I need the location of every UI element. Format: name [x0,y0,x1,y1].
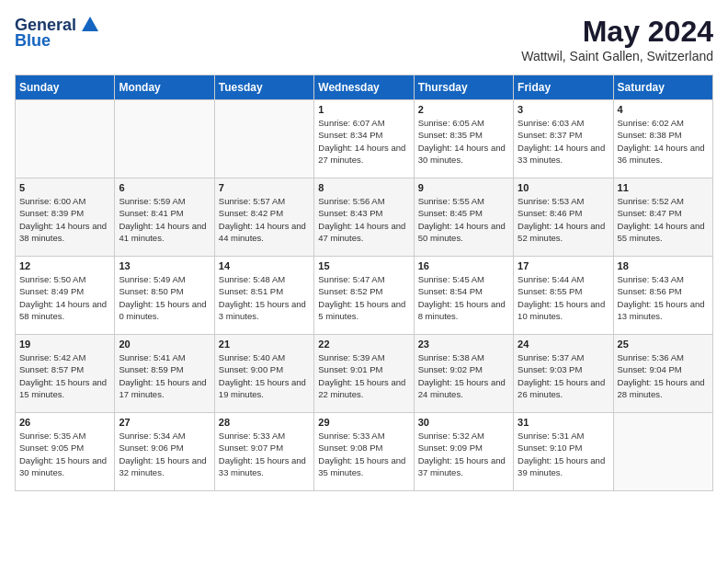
week-row-2: 5Sunrise: 6:00 AMSunset: 8:39 PMDaylight… [16,178,713,257]
calendar-cell: 30Sunrise: 5:32 AMSunset: 9:09 PMDayligh… [414,413,513,491]
day-number: 24 [518,339,609,350]
day-info: Sunrise: 5:40 AMSunset: 9:00 PMDaylight:… [219,351,310,400]
day-info: Sunrise: 5:35 AMSunset: 9:05 PMDaylight:… [19,430,110,478]
svg-marker-0 [82,17,98,31]
day-number: 25 [618,339,709,350]
week-row-4: 19Sunrise: 5:42 AMSunset: 8:57 PMDayligh… [16,335,713,413]
location: Wattwil, Saint Gallen, Switzerland [521,49,713,63]
day-number: 20 [119,339,210,350]
header-row: SundayMondayTuesdayWednesdayThursdayFrid… [16,75,713,100]
calendar-cell: 16Sunrise: 5:45 AMSunset: 8:54 PMDayligh… [414,257,513,335]
day-info: Sunrise: 6:03 AMSunset: 8:37 PMDaylight:… [518,117,609,166]
day-number: 21 [219,339,310,350]
day-info: Sunrise: 5:57 AMSunset: 8:42 PMDaylight:… [219,195,310,244]
day-info: Sunrise: 5:32 AMSunset: 9:09 PMDaylight:… [418,430,509,478]
day-header-saturday: Saturday [613,75,712,100]
day-number: 9 [418,182,509,193]
day-info: Sunrise: 5:43 AMSunset: 8:56 PMDaylight:… [618,273,709,322]
day-number: 31 [518,417,609,428]
day-info: Sunrise: 5:52 AMSunset: 8:47 PMDaylight:… [618,195,709,244]
calendar-cell: 19Sunrise: 5:42 AMSunset: 8:57 PMDayligh… [16,335,115,413]
calendar-cell: 29Sunrise: 5:33 AMSunset: 9:08 PMDayligh… [314,413,414,491]
day-info: Sunrise: 5:42 AMSunset: 8:57 PMDaylight:… [19,351,110,400]
day-info: Sunrise: 5:56 AMSunset: 8:43 PMDaylight:… [318,195,409,244]
week-row-3: 12Sunrise: 5:50 AMSunset: 8:49 PMDayligh… [16,257,713,335]
calendar-cell: 14Sunrise: 5:48 AMSunset: 8:51 PMDayligh… [214,257,313,335]
day-number: 7 [219,182,310,193]
calendar-cell: 1Sunrise: 6:07 AMSunset: 8:34 PMDaylight… [314,100,414,178]
day-info: Sunrise: 5:39 AMSunset: 9:01 PMDaylight:… [318,351,409,400]
calendar-cell: 31Sunrise: 5:31 AMSunset: 9:10 PMDayligh… [514,413,613,491]
day-number: 18 [618,260,709,271]
day-number: 17 [518,260,609,271]
calendar-cell: 12Sunrise: 5:50 AMSunset: 8:49 PMDayligh… [16,257,115,335]
day-info: Sunrise: 5:47 AMSunset: 8:52 PMDaylight:… [318,273,409,322]
calendar-cell: 21Sunrise: 5:40 AMSunset: 9:00 PMDayligh… [214,335,313,413]
day-header-friday: Friday [514,75,613,100]
day-header-wednesday: Wednesday [314,75,414,100]
day-info: Sunrise: 5:44 AMSunset: 8:55 PMDaylight:… [518,273,609,322]
calendar-cell: 20Sunrise: 5:41 AMSunset: 8:59 PMDayligh… [115,335,214,413]
day-info: Sunrise: 5:59 AMSunset: 8:41 PMDaylight:… [119,195,210,244]
calendar-cell: 13Sunrise: 5:49 AMSunset: 8:50 PMDayligh… [115,257,214,335]
logo-blue-text: Blue [15,31,51,51]
day-number: 5 [19,182,110,193]
day-info: Sunrise: 5:50 AMSunset: 8:49 PMDaylight:… [19,273,110,322]
calendar-cell: 2Sunrise: 6:05 AMSunset: 8:35 PMDaylight… [414,100,513,178]
day-header-monday: Monday [115,75,214,100]
day-number: 28 [219,417,310,428]
calendar-cell: 9Sunrise: 5:55 AMSunset: 8:45 PMDaylight… [414,178,513,257]
day-info: Sunrise: 6:07 AMSunset: 8:34 PMDaylight:… [318,117,409,166]
calendar-cell: 28Sunrise: 5:33 AMSunset: 9:07 PMDayligh… [214,413,313,491]
day-info: Sunrise: 5:33 AMSunset: 9:07 PMDaylight:… [219,430,310,478]
day-info: Sunrise: 5:48 AMSunset: 8:51 PMDaylight:… [219,273,310,322]
day-info: Sunrise: 5:55 AMSunset: 8:45 PMDaylight:… [418,195,509,244]
day-number: 29 [318,417,409,428]
day-info: Sunrise: 5:53 AMSunset: 8:46 PMDaylight:… [518,195,609,244]
day-number: 30 [418,417,509,428]
day-number: 26 [19,417,110,428]
day-number: 15 [318,260,409,271]
day-info: Sunrise: 5:41 AMSunset: 8:59 PMDaylight:… [119,351,210,400]
day-info: Sunrise: 5:36 AMSunset: 9:04 PMDaylight:… [618,351,709,400]
calendar-cell [115,100,214,178]
calendar-cell: 5Sunrise: 6:00 AMSunset: 8:39 PMDaylight… [16,178,115,257]
calendar-cell: 8Sunrise: 5:56 AMSunset: 8:43 PMDaylight… [314,178,414,257]
day-number: 27 [119,417,210,428]
day-header-thursday: Thursday [414,75,513,100]
day-header-sunday: Sunday [16,75,115,100]
calendar-cell: 26Sunrise: 5:35 AMSunset: 9:05 PMDayligh… [16,413,115,491]
day-info: Sunrise: 5:33 AMSunset: 9:08 PMDaylight:… [318,430,409,478]
day-number: 2 [418,104,509,115]
calendar-cell: 25Sunrise: 5:36 AMSunset: 9:04 PMDayligh… [613,335,712,413]
calendar-cell: 7Sunrise: 5:57 AMSunset: 8:42 PMDaylight… [214,178,313,257]
day-number: 19 [19,339,110,350]
day-number: 10 [518,182,609,193]
day-info: Sunrise: 6:02 AMSunset: 8:38 PMDaylight:… [618,117,709,166]
calendar-cell: 22Sunrise: 5:39 AMSunset: 9:01 PMDayligh… [314,335,414,413]
day-number: 16 [418,260,509,271]
day-number: 22 [318,339,409,350]
day-number: 11 [618,182,709,193]
day-number: 23 [418,339,509,350]
day-info: Sunrise: 5:38 AMSunset: 9:02 PMDaylight:… [418,351,509,400]
day-info: Sunrise: 5:37 AMSunset: 9:03 PMDaylight:… [518,351,609,400]
calendar-cell [16,100,115,178]
day-header-tuesday: Tuesday [214,75,313,100]
day-info: Sunrise: 6:05 AMSunset: 8:35 PMDaylight:… [418,117,509,166]
calendar-table: SundayMondayTuesdayWednesdayThursdayFrid… [15,75,713,491]
calendar-cell: 15Sunrise: 5:47 AMSunset: 8:52 PMDayligh… [314,257,414,335]
calendar-cell: 3Sunrise: 6:03 AMSunset: 8:37 PMDaylight… [514,100,613,178]
month-year: May 2024 [521,15,713,49]
calendar-cell: 23Sunrise: 5:38 AMSunset: 9:02 PMDayligh… [414,335,513,413]
calendar-cell: 27Sunrise: 5:34 AMSunset: 9:06 PMDayligh… [115,413,214,491]
day-number: 1 [318,104,409,115]
day-number: 4 [618,104,709,115]
day-info: Sunrise: 5:49 AMSunset: 8:50 PMDaylight:… [119,273,210,322]
day-number: 3 [518,104,609,115]
calendar-cell: 6Sunrise: 5:59 AMSunset: 8:41 PMDaylight… [115,178,214,257]
calendar-cell: 4Sunrise: 6:02 AMSunset: 8:38 PMDaylight… [613,100,712,178]
day-number: 13 [119,260,210,271]
day-info: Sunrise: 5:31 AMSunset: 9:10 PMDaylight:… [518,430,609,478]
day-number: 8 [318,182,409,193]
